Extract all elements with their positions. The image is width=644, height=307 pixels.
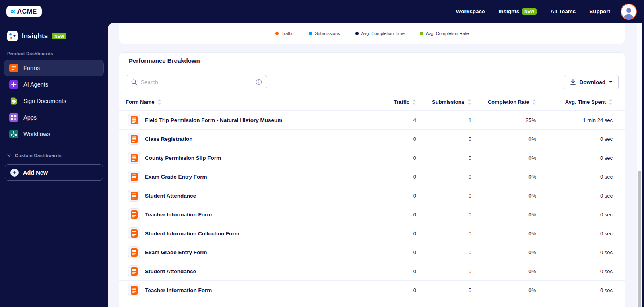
sidebar: Insights NEW Product Dashboards Forms AI…: [0, 23, 108, 307]
form-name-link[interactable]: Student Attendance: [145, 193, 196, 199]
completion-rate-value: 0%: [471, 136, 536, 142]
submissions-value: 0: [416, 212, 471, 218]
form-name-link[interactable]: Student Attendance: [145, 268, 196, 274]
column-header-traffic[interactable]: Traffic: [368, 99, 416, 105]
nav-workspace[interactable]: Workspace: [456, 8, 485, 14]
caret-down-icon: [609, 81, 613, 83]
form-name-link[interactable]: Teacher Information Form: [145, 212, 212, 218]
panel-title-row: Performance Breakdown: [119, 53, 625, 69]
sidebar-insights-header[interactable]: Insights NEW: [4, 29, 104, 48]
column-header-form-name[interactable]: Form Name: [126, 99, 368, 105]
sort-icon[interactable]: [609, 99, 613, 105]
submissions-value: 0: [416, 155, 471, 161]
table-row[interactable]: Teacher Information Form 0 0 0% 0 sec: [119, 280, 625, 299]
completion-rate-value: 0%: [471, 287, 536, 293]
forms-icon: [9, 64, 18, 72]
form-name-cell: Field Trip Permission Form - Natural His…: [126, 114, 368, 126]
table-row[interactable]: Exam Grade Entry Form 0 0 0% 0 sec: [119, 167, 625, 186]
form-name-cell: Exam Grade Entry Form: [126, 246, 368, 258]
sort-icon[interactable]: [467, 99, 471, 105]
form-name-link[interactable]: Teacher Information Form: [145, 287, 212, 293]
table-header: Form Name Traffic Submissions Completion…: [119, 93, 625, 110]
completion-rate-value: 0%: [471, 231, 536, 237]
legend-dot-traffic: [275, 32, 279, 35]
form-name-link[interactable]: County Permission Slip Form: [145, 155, 221, 161]
download-icon: [570, 79, 576, 85]
sort-icon[interactable]: [157, 99, 161, 105]
download-button[interactable]: Download: [564, 75, 619, 89]
form-icon: [128, 227, 140, 239]
search-icon: [131, 79, 137, 85]
avg-time-spent-value: 0 sec: [536, 155, 613, 161]
traffic-value: 0: [368, 231, 416, 237]
table-row[interactable]: Teacher Information Form 0 0 0% 0 sec: [119, 205, 625, 224]
completion-rate-value: 25%: [471, 117, 536, 123]
sidebar-item-forms[interactable]: Forms: [4, 60, 104, 76]
table-row[interactable]: Exam Grade Entry Form 0 0 0% 0 sec: [119, 243, 625, 262]
table-row[interactable]: Field Trip Permission Form - Natural His…: [119, 110, 625, 129]
traffic-value: 0: [368, 287, 416, 293]
acme-logo[interactable]: ∝ ACME: [6, 6, 42, 17]
form-name-cell: County Permission Slip Form: [126, 152, 368, 164]
scrollbar-thumb[interactable]: [638, 171, 641, 307]
traffic-value: 0: [368, 249, 416, 255]
form-icon: [128, 190, 140, 202]
avg-time-spent-value: 0 sec: [536, 287, 613, 293]
submissions-value: 0: [416, 268, 471, 274]
ai-agents-icon: [9, 80, 18, 89]
legend-traffic[interactable]: Traffic: [275, 31, 293, 36]
search-box[interactable]: [126, 75, 267, 89]
sidebar-title: Insights: [22, 32, 48, 40]
form-name-link[interactable]: Field Trip Permission Form - Natural His…: [145, 117, 282, 123]
table-row[interactable]: County Permission Slip Form 0 0 0% 0 sec: [119, 148, 625, 167]
nav-all-teams[interactable]: All Teams: [550, 8, 576, 14]
table-row[interactable]: Student Attendance 0 0 0% 0 sec: [119, 186, 625, 205]
submissions-value: 0: [416, 231, 471, 237]
column-header-submissions[interactable]: Submissions: [416, 99, 471, 105]
table-row[interactable]: Class Registration 0 0 0% 0 sec: [119, 129, 625, 148]
acme-logo-icon: ∝: [10, 8, 16, 15]
main-content: Traffic Submissions Avg. Completion Time…: [108, 23, 642, 307]
sidebar-item-apps[interactable]: Apps: [4, 109, 104, 126]
form-name-link[interactable]: Exam Grade Entry Form: [145, 174, 207, 180]
table-row[interactable]: Student Attendance 0 0 0% 0 sec: [119, 262, 625, 280]
traffic-value: 0: [368, 136, 416, 142]
table-controls: Download: [126, 75, 619, 89]
sort-icon[interactable]: [532, 99, 536, 105]
search-input[interactable]: [141, 79, 252, 85]
legend-avg-completion-rate[interactable]: Avg. Completion Rate: [420, 31, 469, 36]
submissions-value: 1: [416, 117, 471, 123]
top-navbar: ∝ ACME Workspace Insights NEW All Teams …: [0, 0, 644, 23]
traffic-value: 0: [368, 212, 416, 218]
form-icon: [128, 152, 140, 164]
sidebar-item-sign-documents[interactable]: Sign Documents: [4, 93, 104, 109]
sidebar-item-workflows[interactable]: Workflows: [4, 126, 104, 142]
column-header-avg-time-spent[interactable]: Avg. Time Spent: [536, 99, 613, 105]
form-name-link[interactable]: Exam Grade Entry Form: [145, 249, 207, 255]
form-name-link[interactable]: Class Registration: [145, 136, 193, 142]
form-icon: [128, 114, 140, 126]
sidebar-item-ai-agents[interactable]: AI Agents: [4, 76, 104, 93]
info-icon[interactable]: [256, 79, 262, 85]
form-name-link[interactable]: Student Information Collection Form: [145, 231, 239, 237]
nav-support[interactable]: Support: [589, 8, 610, 14]
avg-time-spent-value: 0 sec: [536, 212, 613, 218]
sort-icon[interactable]: [412, 99, 416, 105]
user-avatar[interactable]: [621, 4, 637, 20]
legend-avg-completion-time[interactable]: Avg. Completion Time: [355, 31, 405, 36]
add-new-button[interactable]: + Add New: [5, 164, 103, 181]
sidebar-new-badge: NEW: [52, 33, 66, 39]
custom-dashboards-toggle[interactable]: Custom Dashboards: [4, 142, 104, 163]
completion-rate-value: 0%: [471, 155, 536, 161]
form-icon: [128, 284, 140, 296]
legend-submissions[interactable]: Submissions: [309, 31, 340, 36]
submissions-value: 0: [416, 174, 471, 180]
column-header-completion-rate[interactable]: Completion Rate: [471, 99, 536, 105]
form-icon: [128, 133, 140, 145]
avg-time-spent-value: 0 sec: [536, 136, 613, 142]
table-row[interactable]: Student Information Collection Form 0 0 …: [119, 224, 625, 243]
nav-insights[interactable]: Insights NEW: [498, 8, 537, 15]
avg-time-spent-value: 0 sec: [536, 268, 613, 274]
completion-rate-value: 0%: [471, 174, 536, 180]
scrollbar-track[interactable]: [637, 23, 642, 307]
